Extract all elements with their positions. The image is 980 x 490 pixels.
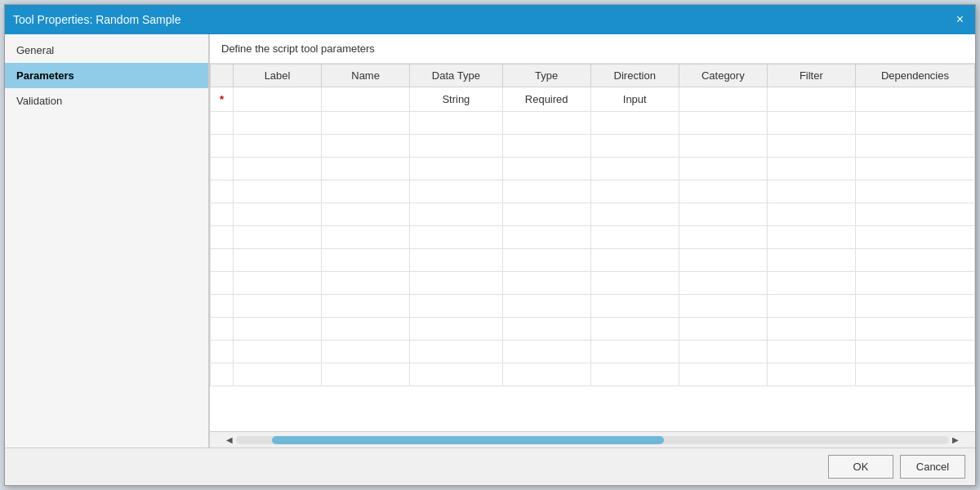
col-dependencies[interactable]: Dependencies [855,65,974,87]
scroll-right-arrow[interactable]: ▶ [952,435,959,444]
row-data-type[interactable]: String [410,87,503,112]
col-marker [211,65,234,87]
sidebar-item-validation[interactable]: Validation [5,88,208,114]
title-bar: Tool Properties: Random Sample × [5,5,975,34]
empty-row [211,341,975,363]
window-body: General Parameters Validation Define the… [5,34,975,448]
ok-button[interactable]: OK [828,455,893,479]
row-direction[interactable]: Input [590,87,679,112]
horizontal-scrollbar[interactable]: ◀ ▶ [210,431,975,448]
col-label[interactable]: Label [234,65,322,87]
row-filter[interactable] [767,87,855,112]
empty-row [211,112,975,135]
sidebar-item-general[interactable]: General [5,38,208,63]
row-name[interactable] [322,87,410,112]
empty-row [211,135,975,158]
scrollbar-thumb[interactable] [272,436,664,444]
empty-row [211,272,975,295]
col-direction[interactable]: Direction [590,65,679,87]
table-header-row: Label Name Data Type Type Direction Cate… [211,65,975,87]
empty-row [211,249,975,272]
main-content: Define the script tool parameters Label … [209,34,975,448]
row-category[interactable] [679,87,767,112]
sidebar-item-parameters[interactable]: Parameters [5,63,208,88]
row-label[interactable] [234,87,322,112]
empty-row [211,180,975,203]
empty-row [211,295,975,318]
col-type[interactable]: Type [502,65,590,87]
tool-properties-window: Tool Properties: Random Sample × General… [4,4,976,486]
window-title: Tool Properties: Random Sample [13,13,180,26]
main-description: Define the script tool parameters [210,34,975,64]
empty-row [211,158,975,180]
row-marker: * [211,87,234,112]
parameters-table-wrapper[interactable]: Label Name Data Type Type Direction Cate… [210,64,975,431]
empty-row [211,226,975,249]
footer: OK Cancel [5,448,975,485]
col-category[interactable]: Category [679,65,767,87]
cancel-button[interactable]: Cancel [900,455,965,479]
scroll-left-arrow[interactable]: ◀ [226,435,233,444]
col-filter[interactable]: Filter [767,65,855,87]
empty-row [211,318,975,341]
empty-row [211,203,975,226]
scrollbar-track[interactable] [236,436,949,444]
parameters-table: Label Name Data Type Type Direction Cate… [210,64,975,386]
table-row[interactable]: * String Required Input [211,87,975,112]
empty-row [211,363,975,386]
row-dependencies[interactable] [855,87,974,112]
col-data-type[interactable]: Data Type [410,65,503,87]
row-type[interactable]: Required [502,87,590,112]
col-name[interactable]: Name [322,65,410,87]
sidebar: General Parameters Validation [5,34,209,448]
close-button[interactable]: × [953,13,967,26]
